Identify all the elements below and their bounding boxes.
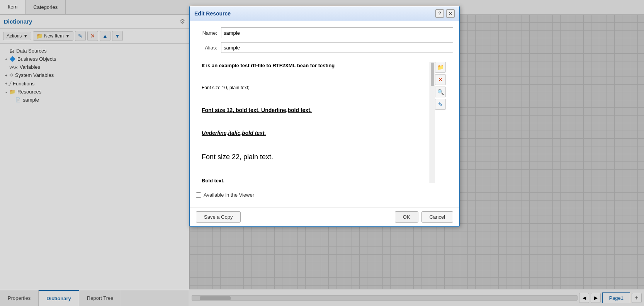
available-viewer-label: Available in the Viewer — [204, 192, 254, 198]
rtf-delete-button[interactable]: ✕ — [435, 74, 446, 85]
modal-footer: Save a Copy OK Cancel — [190, 207, 459, 226]
rtf-sidebar-buttons: 📁 ✕ 🔍 ✎ — [435, 62, 447, 183]
modal-body: Name: Alias: It is an example test rtf-f… — [190, 21, 459, 207]
alias-input[interactable] — [221, 42, 453, 53]
available-viewer-row: Available in the Viewer — [196, 192, 453, 198]
alias-label: Alias: — [196, 45, 217, 51]
rtf-line-4: Underline,italic,bold text. — [202, 129, 427, 137]
rtf-open-button[interactable]: 📁 — [435, 62, 446, 73]
name-input[interactable] — [221, 27, 453, 38]
rtf-preview-area: It is an example test rtf-file to RTF2XM… — [196, 57, 453, 188]
available-viewer-checkbox[interactable] — [196, 192, 201, 198]
rtf-line-3: Font size 12, bold text. Underline,bold … — [202, 106, 427, 114]
modal-overlay: Edit Resource ? ✕ Name: Alias: It is an … — [0, 0, 644, 306]
rtf-spacer-2 — [202, 95, 427, 103]
modal-footer-left: Save a Copy — [196, 211, 241, 223]
rtf-spacer-4 — [202, 140, 427, 148]
rtf-scroll-thumb — [431, 63, 434, 86]
rtf-line-6: Bold text. — [202, 177, 427, 185]
save-copy-button[interactable]: Save a Copy — [196, 211, 241, 223]
rtf-spacer-3 — [202, 117, 427, 126]
alias-row: Alias: — [196, 42, 453, 53]
rtf-spacer-5 — [202, 166, 427, 174]
modal-header-buttons: ? ✕ — [435, 9, 455, 18]
rtf-line-1: It is an example test rtf-file to RTF2XM… — [202, 62, 427, 70]
ok-button[interactable]: OK — [395, 211, 418, 223]
edit-resource-dialog: Edit Resource ? ✕ Name: Alias: It is an … — [189, 6, 460, 227]
rtf-search-button[interactable]: 🔍 — [435, 87, 446, 97]
rtf-scrollbar[interactable] — [430, 62, 435, 183]
modal-header: Edit Resource ? ✕ — [190, 6, 459, 21]
rtf-line-2: Font size 10, plain text; — [202, 84, 427, 92]
rtf-spacer-1 — [202, 73, 427, 81]
rtf-content: It is an example test rtf-file to RTF2XM… — [202, 62, 430, 183]
modal-help-button[interactable]: ? — [435, 9, 444, 18]
name-row: Name: — [196, 27, 453, 38]
rtf-edit-button[interactable]: ✎ — [435, 99, 446, 110]
modal-close-button[interactable]: ✕ — [446, 9, 455, 18]
modal-footer-right: OK Cancel — [395, 211, 453, 223]
name-label: Name: — [196, 30, 217, 36]
cancel-button[interactable]: Cancel — [421, 211, 453, 223]
rtf-line-5: Font size 22, plain text. — [202, 151, 427, 163]
rtf-spacer-6 — [202, 188, 427, 188]
modal-title: Edit Resource — [194, 10, 231, 17]
